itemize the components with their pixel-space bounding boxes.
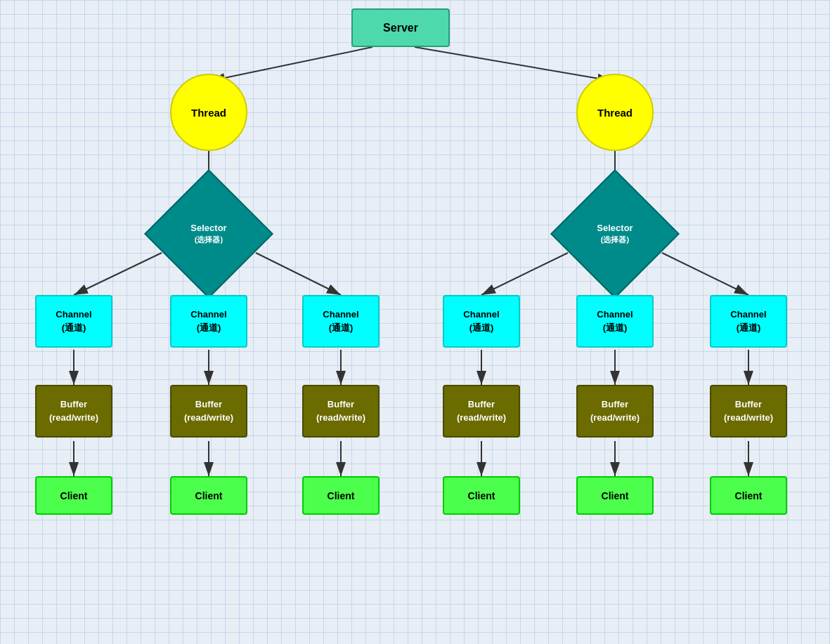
svg-line-7 xyxy=(256,253,341,295)
channel-6-node: Channel (通道) xyxy=(710,295,787,348)
thread-right-label: Thread xyxy=(578,75,652,150)
buffer-6-label: Buffer xyxy=(735,398,762,411)
selector-right-text: Selector (选择器) xyxy=(571,190,659,278)
client-5-node: Client xyxy=(576,476,654,515)
selector-right-node: Selector (选择器) xyxy=(550,169,680,298)
buffer-1-sublabel: (read/write) xyxy=(49,412,98,424)
selector-left-label: Selector xyxy=(190,223,226,235)
channel-3-label: Channel xyxy=(323,308,358,321)
client-3-label: Client xyxy=(304,478,378,513)
buffer-6-node: Buffer (read/write) xyxy=(710,385,787,438)
svg-line-8 xyxy=(481,253,568,295)
channel-2-node: Channel (通道) xyxy=(170,295,247,348)
buffer-3-label: Buffer xyxy=(328,398,354,411)
client-1-node: Client xyxy=(35,476,112,515)
channel-4-label: Channel xyxy=(463,308,499,321)
buffer-4-node: Buffer (read/write) xyxy=(443,385,520,438)
channel-5-node: Channel (通道) xyxy=(576,295,654,348)
buffer-3-node: Buffer (read/write) xyxy=(302,385,380,438)
svg-line-10 xyxy=(662,253,748,295)
channel-5-label: Channel xyxy=(597,308,633,321)
server-node: Server xyxy=(351,8,450,47)
channel-6-label: Channel xyxy=(730,308,766,321)
buffer-3-sublabel: (read/write) xyxy=(316,412,365,424)
selector-left-text: Selector (选择器) xyxy=(164,190,253,278)
client-5-label: Client xyxy=(578,478,652,513)
channel-1-label: Channel xyxy=(56,308,91,321)
channel-2-sublabel: (通道) xyxy=(197,322,221,334)
selector-right-sublabel: (选择器) xyxy=(601,235,629,244)
channel-6-sublabel: (通道) xyxy=(737,322,761,334)
channel-4-sublabel: (通道) xyxy=(469,322,494,334)
client-4-label: Client xyxy=(444,478,519,513)
buffer-4-sublabel: (read/write) xyxy=(457,412,506,424)
channel-2-label: Channel xyxy=(190,308,226,321)
buffer-2-label: Buffer xyxy=(195,398,222,411)
selector-left-node: Selector (选择器) xyxy=(144,169,273,298)
channel-3-sublabel: (通道) xyxy=(329,322,354,334)
server-label: Server xyxy=(353,10,448,46)
selector-left-sublabel: (选择器) xyxy=(195,235,223,244)
channel-3-node: Channel (通道) xyxy=(302,295,380,348)
architecture-diagram: Server Thread Thread Selector (选择器) Sele… xyxy=(0,0,830,644)
client-6-label: Client xyxy=(711,478,786,513)
thread-left-label: Thread xyxy=(171,75,246,150)
thread-right-node: Thread xyxy=(576,74,654,151)
selector-right-label: Selector xyxy=(597,223,633,235)
client-2-node: Client xyxy=(170,476,247,515)
client-4-node: Client xyxy=(443,476,520,515)
buffer-2-sublabel: (read/write) xyxy=(184,412,233,424)
client-1-label: Client xyxy=(37,478,111,513)
buffer-4-label: Buffer xyxy=(468,398,495,411)
channel-4-node: Channel (通道) xyxy=(443,295,520,348)
buffer-2-node: Buffer (read/write) xyxy=(170,385,247,438)
client-3-node: Client xyxy=(302,476,380,515)
client-2-label: Client xyxy=(171,478,246,513)
channel-1-node: Channel (通道) xyxy=(35,295,112,348)
buffer-5-label: Buffer xyxy=(602,398,628,411)
buffer-1-label: Buffer xyxy=(60,398,87,411)
thread-left-node: Thread xyxy=(170,74,247,151)
arrows-layer xyxy=(0,0,830,644)
buffer-1-node: Buffer (read/write) xyxy=(35,385,112,438)
buffer-5-node: Buffer (read/write) xyxy=(576,385,654,438)
buffer-6-sublabel: (read/write) xyxy=(724,412,773,424)
svg-line-5 xyxy=(74,253,162,295)
buffer-5-sublabel: (read/write) xyxy=(590,412,640,424)
channel-1-sublabel: (通道) xyxy=(62,322,86,334)
client-6-node: Client xyxy=(710,476,787,515)
channel-5-sublabel: (通道) xyxy=(603,322,628,334)
